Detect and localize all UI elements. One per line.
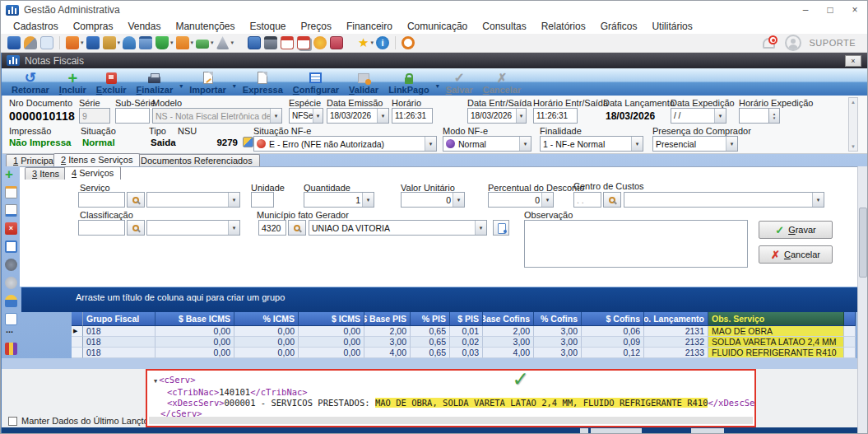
col-pis[interactable]: $ PIS [450,312,483,326]
product-icon[interactable] [86,36,100,49]
folder-icon[interactable] [176,36,189,49]
power-icon[interactable] [402,36,415,49]
menu-item-precos[interactable]: Preços [294,21,339,32]
spreadsheet-icon[interactable] [248,36,261,49]
scroll-up-icon[interactable]: ▲ [851,100,856,105]
servico-combo[interactable]: ▾ [146,192,240,208]
calculator-icon[interactable] [264,36,277,49]
chevron-down-icon[interactable]: ▾ [362,193,374,207]
fields-scrollbar[interactable]: ▲ ▼ [848,97,858,152]
chevron-down-icon[interactable]: ▾ [191,40,194,46]
data-expedicao-combo[interactable]: / /▾ [671,108,726,124]
menu-item-compras[interactable]: Compras [66,21,121,32]
linkpago-button[interactable]: LinkPago [383,68,434,96]
subtab-itens[interactable]: 3 Itens [25,167,67,180]
chevron-down-icon[interactable]: ▾ [118,40,121,46]
chevron-down-icon[interactable]: ▾ [371,40,374,46]
municipio-detail-button[interactable] [493,220,509,236]
chevron-down-icon[interactable]: ▾ [377,109,388,123]
classificacao-code-field[interactable] [78,220,125,236]
maximize-button[interactable]: □ [818,1,842,19]
servico-code-field[interactable] [78,192,125,208]
chevron-down-icon[interactable]: ▾ [516,109,526,123]
presenca-comprador-combo[interactable]: Presencial▾ [652,136,738,152]
centro-custos-code-field[interactable]: . . [573,192,601,208]
menu-item-cadastros[interactable]: Cadastros [6,21,66,32]
data-entr-saida-combo[interactable]: 18/03/2026▾ [467,108,527,124]
bank-icon[interactable] [139,36,152,49]
menu-item-financeiro[interactable]: Financeiro [339,21,400,32]
menu-item-estoque[interactable]: Estoque [242,21,293,32]
linkpago-dropdown-icon[interactable]: ▾ [436,74,439,90]
clock-lock-icon[interactable] [313,36,327,49]
menu-item-relatorios[interactable]: Relatórios [534,21,593,32]
person-money-icon[interactable] [123,36,136,49]
chevron-down-icon[interactable]: ▾ [211,40,214,46]
ellipsis-icon[interactable]: ... [6,324,13,334]
horario-expedicao-field[interactable] [739,108,769,124]
municipio-combo[interactable]: UNIAO DA VITORIA▾ [309,220,487,236]
chevron-down-icon[interactable]: ▾ [812,193,824,207]
palette-icon[interactable] [5,343,17,355]
expressa-button[interactable]: Expressa [238,68,288,96]
delete-item-icon[interactable]: × [5,222,17,235]
chevron-down-icon[interactable]: ▾ [519,137,531,151]
centro-custos-combo[interactable]: ▾ [624,192,824,208]
finalizar-dropdown-icon[interactable]: ▾ [179,74,183,90]
chevron-down-icon[interactable]: ▾ [81,40,84,46]
chevron-down-icon[interactable]: ▾ [313,109,323,123]
calendar-gear-icon[interactable] [297,36,310,49]
incluir-button[interactable]: + Incluir [54,68,91,96]
scrollbar-thumb[interactable] [859,208,867,278]
sub-serie-field[interactable] [115,108,150,124]
situacao-nfe-combo[interactable]: E - Erro (NFE não Autorizada) ▾ [253,136,437,152]
tab-documentos-referenciados[interactable]: Documentos Referenciados [133,154,260,166]
col-pct-pis[interactable]: % PIS [411,312,450,326]
content-scrollbar[interactable] [857,166,868,434]
hierarchy-icon[interactable] [66,36,79,49]
scale-icon[interactable] [216,36,230,49]
servico-search-button[interactable] [127,192,145,208]
quantidade-combo[interactable]: 1▾ [304,192,374,208]
scrollbar-segment[interactable] [591,428,642,434]
retornar-button[interactable]: ↺ Retornar [7,68,54,96]
valor-unitario-combo[interactable]: 0▾ [401,192,465,208]
configurar-button[interactable]: Configurar [288,68,344,96]
col-cofins[interactable]: $ Cofins [582,312,644,326]
especie-combo[interactable]: NFSe▾ [289,108,323,124]
municipio-search-button[interactable] [288,220,306,236]
close-button[interactable]: × [842,1,867,19]
col-base-pis[interactable]: $ Base PIS [364,312,411,326]
keep-last-entry-option[interactable]: Manter Dados do Último Lançto [8,416,149,426]
finalidade-combo[interactable]: 1 - NF-e Normal▾ [540,136,643,152]
grid-group-band[interactable]: Arraste um título de coluna aqui para cr… [21,287,857,312]
col-pct-cofins[interactable]: % Cofins [534,312,582,326]
menu-item-consultas[interactable]: Consultas [475,21,533,32]
info-icon[interactable]: i [376,36,389,49]
col-pct-icms[interactable]: % ICMS [234,312,299,326]
col-icms[interactable]: $ ICMS [299,312,364,326]
chevron-down-icon[interactable]: ▾ [541,193,553,207]
validar-button[interactable]: Validar [344,68,383,96]
favorites-star-icon[interactable]: ★ [358,35,369,50]
centro-custos-search-button[interactable] [603,192,621,208]
chevron-down-icon[interactable]: ▾ [714,109,726,123]
excluir-button[interactable]: Excluir [91,68,132,96]
finalizar-button[interactable]: Finalizar [132,68,179,96]
menu-item-graficos[interactable]: Gráficos [593,21,645,32]
importar-dropdown-icon[interactable]: ▾ [233,74,236,90]
col-obs-servico[interactable]: Obs. Serviço [708,312,844,326]
nsu-sync-icon[interactable] [243,137,253,147]
xml-toggle-icon[interactable]: ▼ [154,378,157,385]
add-service-icon[interactable]: + [5,166,13,183]
chevron-down-icon[interactable]: ▾ [228,221,239,235]
chevron-down-icon[interactable]: ▾ [231,40,234,46]
note-edit-icon[interactable] [5,186,17,198]
menu-item-manutencoes[interactable]: Manutenções [168,21,242,32]
horario-entr-saida-field[interactable]: 11:26:31 [533,108,578,124]
scrollbar-segment[interactable] [580,428,588,434]
worker-icon[interactable] [5,295,17,307]
copy-doc-icon[interactable] [5,313,17,325]
chevron-down-icon[interactable]: ▾ [726,137,737,151]
col-grupo-fiscal[interactable]: Grupo Fiscal [83,312,155,326]
